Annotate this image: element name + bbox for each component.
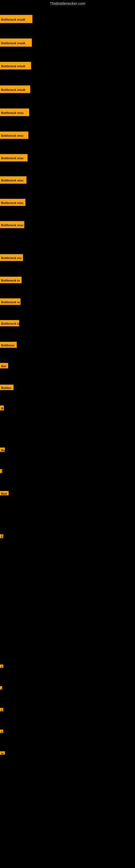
bottleneck-label: Bottleneck resu: [0, 199, 26, 206]
bottleneck-label: Bottleneck result: [0, 38, 32, 46]
bottleneck-label: Bottleneck resu: [0, 108, 29, 116]
bottleneck-item: Bo: [0, 447, 5, 452]
bottleneck-item: Bottleneck re: [0, 320, 19, 326]
site-title: TheBottlenecker.com: [0, 0, 135, 7]
bottleneck-item: Bottleneck re: [0, 277, 21, 283]
bottleneck-label: Bot: [0, 363, 8, 368]
bottleneck-item: Bot: [0, 363, 8, 368]
bottleneck-item: E: [0, 534, 3, 538]
bottleneck-label: Bottleneck result: [0, 62, 31, 69]
bottleneck-item: Bottleneck result: [0, 38, 32, 46]
bottleneck-label: E: [0, 534, 3, 538]
bottleneck-label: Bo: [0, 447, 5, 452]
bottleneck-label: Bottleneck result: [0, 15, 32, 23]
bottleneck-item: Bottleneck resu: [0, 154, 28, 161]
bottleneck-item: E: [0, 708, 3, 711]
bottleneck-label: Bottleneck re: [0, 277, 21, 283]
bottleneck-item: Bottleneck result: [0, 62, 31, 69]
bottleneck-item: Bottleneck result: [0, 86, 30, 93]
bottleneck-label: Bottlen: [0, 384, 13, 390]
bottleneck-label: B: [0, 730, 3, 733]
bottleneck-label: Bott: [0, 491, 9, 495]
bottleneck-item: Bo: [0, 751, 5, 755]
bottleneck-label: Bottleneck re: [0, 320, 19, 326]
bottleneck-item: |: [0, 686, 2, 689]
bottleneck-label: B: [0, 405, 4, 410]
bottleneck-label: Bottlenec: [0, 342, 17, 348]
bottleneck-item: Bott: [0, 491, 9, 495]
bottleneck-item: Bottleneck resu: [0, 199, 26, 206]
bottleneck-label: Bottleneck res: [0, 254, 23, 261]
bottleneck-label: |: [0, 686, 2, 689]
bottleneck-item: Bottleneck resu: [0, 108, 29, 116]
bottleneck-item: Bottleneck re: [0, 299, 20, 305]
bottleneck-item: Bottleneck result: [0, 15, 32, 23]
bottleneck-label: E: [0, 664, 3, 668]
bottleneck-item: Bottleneck res: [0, 254, 23, 261]
bottleneck-item: E: [0, 664, 3, 668]
bottleneck-item: |: [0, 469, 2, 473]
bottleneck-label: Bottleneck resu: [0, 176, 27, 184]
bottleneck-item: B: [0, 730, 3, 733]
bottleneck-item: Bottleneck resu: [0, 176, 27, 184]
bottleneck-item: Bottleneck resu: [0, 131, 28, 139]
bottleneck-label: |: [0, 469, 2, 473]
bottleneck-label: E: [0, 708, 3, 711]
bottleneck-label: Bottleneck resu: [0, 154, 28, 161]
bottleneck-label: Bo: [0, 751, 5, 755]
bottleneck-item: Bottlenec: [0, 342, 17, 348]
bottleneck-label: Bottleneck resu: [0, 221, 24, 228]
bottleneck-item: Bottleneck resu: [0, 221, 24, 228]
bottleneck-item: Bottlen: [0, 384, 13, 390]
bottleneck-item: B: [0, 405, 4, 410]
bottleneck-label: Bottleneck result: [0, 86, 30, 93]
bottleneck-label: Bottleneck re: [0, 299, 20, 305]
bottleneck-label: Bottleneck resu: [0, 131, 28, 139]
